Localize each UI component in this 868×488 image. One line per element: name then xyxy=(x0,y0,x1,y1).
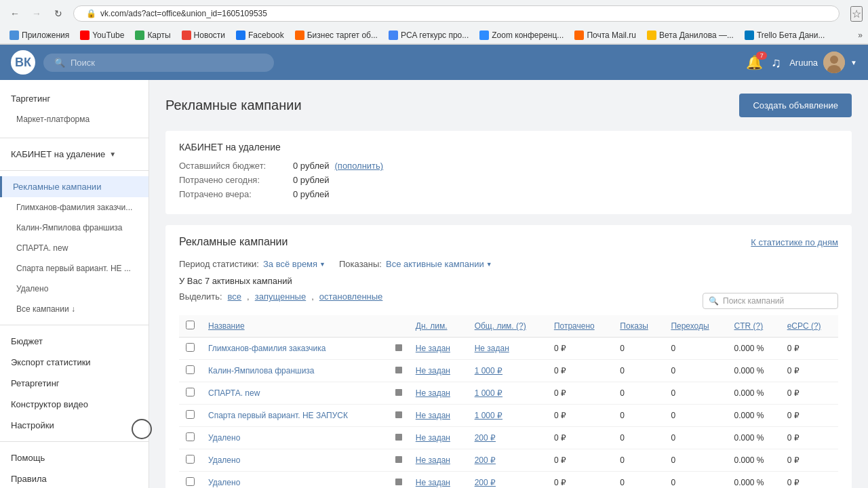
bookmark-youtube[interactable]: YouTube xyxy=(76,28,128,42)
vk-search-bar[interactable]: 🔍 xyxy=(43,54,274,72)
campaign-name-link-1[interactable]: Калин-Ямпилова франшиза xyxy=(208,366,315,375)
row-spent-cell: 0 ₽ xyxy=(547,405,613,427)
address-bar[interactable]: 🔒 vk.com/ads?act=office&union_id=1605109… xyxy=(73,5,840,22)
sidebar-item-camp3[interactable]: СПАРТА. new xyxy=(0,238,149,258)
day-limit-2[interactable]: Не задан xyxy=(416,388,450,398)
row-spent-cell: 0 ₽ xyxy=(547,449,613,472)
select-all-link[interactable]: все xyxy=(228,291,242,302)
sidebar-item-camp4[interactable]: Спарта первый вариант. НЕ ... xyxy=(0,258,149,279)
bookmark-maps[interactable]: Карты xyxy=(131,28,174,42)
shows-4: 0 xyxy=(620,433,625,443)
sidebar-cabinet-selector[interactable]: КАБИНЕТ на удаление ▼ xyxy=(0,144,149,165)
bookmark-gdrive[interactable]: Вета Данилова —... xyxy=(643,28,738,42)
campaign-name-link-0[interactable]: Глимханов-фамилия заказчика xyxy=(208,344,326,353)
music-button[interactable]: ♫ xyxy=(771,55,781,70)
total-limit-0[interactable]: Не задан xyxy=(475,344,509,353)
bookmark-apps[interactable]: Приложения xyxy=(5,28,73,42)
vk-logo[interactable]: ВК xyxy=(11,50,35,75)
stats-link[interactable]: К статистике по дням xyxy=(751,237,838,247)
row-checkbox-0[interactable] xyxy=(186,343,195,352)
row-checkbox-5[interactable] xyxy=(186,455,195,464)
back-button[interactable]: ← xyxy=(5,4,24,23)
total-limit-3[interactable]: 1 000 ₽ xyxy=(475,411,502,420)
forward-button[interactable]: → xyxy=(27,4,46,23)
row-checkbox-2[interactable] xyxy=(186,388,195,396)
day-limit-1[interactable]: Не задан xyxy=(416,366,450,375)
row-checkbox-4[interactable] xyxy=(186,432,195,441)
notifications-button[interactable]: 🔔 7 xyxy=(746,54,763,70)
row-ecpc-cell: 0 ₽ xyxy=(781,472,838,489)
sidebar-item-budget[interactable]: Бюджет xyxy=(0,331,149,352)
total-limit-4[interactable]: 200 ₽ xyxy=(475,433,496,443)
sidebar-item-camp5[interactable]: Удалено xyxy=(0,279,149,299)
col-total-limit-link[interactable]: Общ. лим. (?) xyxy=(475,321,526,331)
search-campaigns-icon: 🔍 xyxy=(709,296,719,306)
campaign-name-link-4[interactable]: Удалено xyxy=(208,433,240,443)
sidebar-item-retargeting[interactable]: Ретаргетинг xyxy=(0,373,149,394)
sidebar-item-export[interactable]: Экспорт статистики xyxy=(0,352,149,373)
total-limit-1[interactable]: 1 000 ₽ xyxy=(475,366,502,375)
col-day-limit-link[interactable]: Дн. лим. xyxy=(416,321,448,331)
day-limit-3[interactable]: Не задан xyxy=(416,411,450,420)
row-total-limit-cell: Не задан xyxy=(468,338,547,360)
col-ecpc-link[interactable]: еСРС (?) xyxy=(787,321,821,331)
bookmark-mail[interactable]: Почта Mail.ru xyxy=(570,28,640,42)
spent-1: 0 ₽ xyxy=(554,366,566,375)
campaign-name-link-6[interactable]: Удалено xyxy=(208,478,240,487)
campaign-name-link-5[interactable]: Удалено xyxy=(208,455,240,465)
more-bookmarks-icon[interactable]: » xyxy=(858,30,863,40)
col-shows-link[interactable]: Показы xyxy=(620,321,648,331)
day-limit-5[interactable]: Не задан xyxy=(416,455,450,465)
total-limit-2[interactable]: 1 000 ₽ xyxy=(475,388,502,398)
header-right: 🔔 7 ♫ Aruuna ▼ xyxy=(746,52,857,73)
select-all-checkbox[interactable] xyxy=(186,321,195,329)
sidebar-item-rules[interactable]: Правила xyxy=(0,468,149,488)
sidebar-item-settings[interactable]: Настройки xyxy=(0,415,149,436)
refresh-button[interactable]: ↻ xyxy=(49,4,68,23)
col-clicks-link[interactable]: Переходы xyxy=(671,321,709,331)
search-input[interactable] xyxy=(71,58,263,68)
row-checkbox-6[interactable] xyxy=(186,477,195,486)
total-limit-5[interactable]: 200 ₽ xyxy=(475,455,496,465)
bookmark-trello[interactable]: Trello Бета Дани... xyxy=(741,28,829,42)
row-status-cell xyxy=(389,472,409,489)
create-ad-button[interactable]: Создать объявление xyxy=(739,94,852,117)
total-limit-6[interactable]: 200 ₽ xyxy=(475,478,496,487)
select-running-link[interactable]: запущенные xyxy=(255,291,306,302)
row-checkbox-1[interactable] xyxy=(186,365,195,374)
replenish-link[interactable]: (пополнить) xyxy=(335,161,384,171)
day-limit-4[interactable]: Не задан xyxy=(416,433,450,443)
search-campaigns-bar[interactable]: 🔍 xyxy=(703,293,838,309)
sidebar-item-targeting[interactable]: Таргетинг xyxy=(0,88,149,109)
sidebar-item-camp1[interactable]: Глимханов-фамилия заказчи... xyxy=(0,197,149,218)
bookmark-facebook[interactable]: Facebook xyxy=(232,28,288,42)
bookmark-pca[interactable]: PCA геткурс про... xyxy=(384,28,473,42)
sidebar-item-help[interactable]: Помощь xyxy=(0,447,149,468)
bookmark-news[interactable]: Новости xyxy=(178,28,229,42)
spent-6: 0 ₽ xyxy=(554,478,566,487)
search-campaigns-input[interactable] xyxy=(723,296,832,306)
sidebar-item-camp2[interactable]: Калин-Ямпилова франшиза xyxy=(0,218,149,238)
campaign-name-link-2[interactable]: СПАРТА. new xyxy=(208,388,260,398)
sidebar-item-market[interactable]: Маркет-платформа xyxy=(0,109,149,129)
sidebar-item-all-campaigns[interactable]: Все кампании ↓ xyxy=(0,299,149,319)
row-ecpc-cell: 0 ₽ xyxy=(781,405,838,427)
col-spent-link[interactable]: Потрачено xyxy=(554,321,595,331)
row-clicks-cell: 0 xyxy=(664,382,727,405)
day-limit-6[interactable]: Не задан xyxy=(416,478,450,487)
shown-select[interactable]: Все активные кампании ▼ xyxy=(386,259,492,269)
period-select[interactable]: За всё время ▼ xyxy=(263,259,326,269)
bookmark-biz[interactable]: Бизнес таргет об... xyxy=(291,28,382,42)
col-shows: Показы xyxy=(613,315,664,338)
select-stopped-link[interactable]: остановленные xyxy=(319,291,383,302)
col-name-link[interactable]: Название xyxy=(208,321,245,331)
user-profile[interactable]: Aruuna ▼ xyxy=(789,52,857,73)
sidebar-item-campaigns[interactable]: Рекламные кампании xyxy=(0,176,149,197)
row-checkbox-3[interactable] xyxy=(186,410,195,419)
bookmark-star-button[interactable]: ☆ xyxy=(850,6,863,22)
bookmark-zoom[interactable]: Zoom конференц... xyxy=(475,28,568,42)
col-ctr-link[interactable]: CTR (?) xyxy=(734,321,764,331)
campaign-name-link-3[interactable]: Спарта первый вариант. НЕ ЗАПУСК xyxy=(208,411,348,420)
sidebar-item-video[interactable]: Конструктор видео xyxy=(0,394,149,415)
day-limit-0[interactable]: Не задан xyxy=(416,344,450,353)
